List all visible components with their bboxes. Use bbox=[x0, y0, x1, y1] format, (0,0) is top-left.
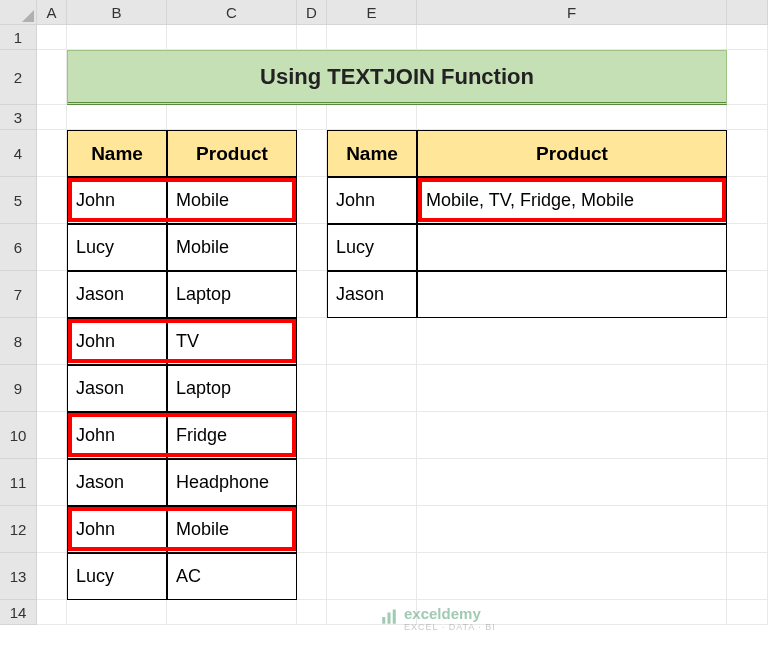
table1-name[interactable]: Jason bbox=[67, 365, 167, 412]
cell[interactable] bbox=[327, 365, 417, 412]
cell[interactable] bbox=[67, 105, 167, 130]
cell[interactable] bbox=[727, 318, 768, 365]
row-header-6[interactable]: 6 bbox=[0, 224, 37, 271]
cell[interactable] bbox=[727, 506, 768, 553]
row-header-9[interactable]: 9 bbox=[0, 365, 37, 412]
cell[interactable] bbox=[727, 130, 768, 177]
table2-name[interactable]: Jason bbox=[327, 271, 417, 318]
col-header-f[interactable]: F bbox=[417, 0, 727, 25]
col-header-e[interactable]: E bbox=[327, 0, 417, 25]
cell[interactable] bbox=[297, 130, 327, 177]
cell[interactable] bbox=[37, 50, 67, 105]
cell[interactable] bbox=[327, 25, 417, 50]
table1-product[interactable]: Mobile bbox=[167, 177, 297, 224]
cell[interactable] bbox=[37, 506, 67, 553]
table1-header-product[interactable]: Product bbox=[167, 130, 297, 177]
col-header-c[interactable]: C bbox=[167, 0, 297, 25]
cell[interactable] bbox=[727, 177, 768, 224]
row-header-4[interactable]: 4 bbox=[0, 130, 37, 177]
cell[interactable] bbox=[417, 318, 727, 365]
table1-header-name[interactable]: Name bbox=[67, 130, 167, 177]
cell[interactable] bbox=[37, 105, 67, 130]
row-header-14[interactable]: 14 bbox=[0, 600, 37, 625]
cell[interactable] bbox=[297, 25, 327, 50]
col-header-d[interactable]: D bbox=[297, 0, 327, 25]
cell[interactable] bbox=[417, 365, 727, 412]
cell[interactable] bbox=[67, 25, 167, 50]
cell[interactable] bbox=[297, 105, 327, 130]
cell[interactable] bbox=[37, 271, 67, 318]
row-header-5[interactable]: 5 bbox=[0, 177, 37, 224]
cell[interactable] bbox=[727, 365, 768, 412]
col-header-b[interactable]: B bbox=[67, 0, 167, 25]
col-header-a[interactable]: A bbox=[37, 0, 67, 25]
cell[interactable] bbox=[167, 25, 297, 50]
cell[interactable] bbox=[327, 412, 417, 459]
row-header-2[interactable]: 2 bbox=[0, 50, 37, 105]
table1-product[interactable]: Mobile bbox=[167, 506, 297, 553]
cell[interactable] bbox=[297, 271, 327, 318]
cell[interactable] bbox=[297, 412, 327, 459]
cell[interactable] bbox=[37, 224, 67, 271]
table2-product[interactable] bbox=[417, 271, 727, 318]
table1-product[interactable]: Fridge bbox=[167, 412, 297, 459]
cell[interactable] bbox=[327, 105, 417, 130]
table2-header-product[interactable]: Product bbox=[417, 130, 727, 177]
cell[interactable] bbox=[327, 318, 417, 365]
cell[interactable] bbox=[297, 224, 327, 271]
cell[interactable] bbox=[37, 459, 67, 506]
table1-name[interactable]: John bbox=[67, 177, 167, 224]
cell[interactable] bbox=[297, 553, 327, 600]
table1-product[interactable]: Laptop bbox=[167, 365, 297, 412]
cell[interactable] bbox=[167, 105, 297, 130]
cell[interactable] bbox=[67, 600, 167, 625]
cell[interactable] bbox=[37, 600, 67, 625]
row-header-10[interactable]: 10 bbox=[0, 412, 37, 459]
row-header-13[interactable]: 13 bbox=[0, 553, 37, 600]
cell[interactable] bbox=[37, 177, 67, 224]
cell[interactable] bbox=[417, 553, 727, 600]
cell[interactable] bbox=[167, 600, 297, 625]
cell[interactable] bbox=[297, 318, 327, 365]
cell[interactable] bbox=[727, 412, 768, 459]
cell[interactable] bbox=[37, 130, 67, 177]
row-header-3[interactable]: 3 bbox=[0, 105, 37, 130]
table2-product[interactable]: Mobile, TV, Fridge, Mobile bbox=[417, 177, 727, 224]
table1-name[interactable]: John bbox=[67, 318, 167, 365]
cell[interactable] bbox=[727, 553, 768, 600]
row-header-11[interactable]: 11 bbox=[0, 459, 37, 506]
cell[interactable] bbox=[297, 459, 327, 506]
cell[interactable] bbox=[327, 459, 417, 506]
table1-name[interactable]: Lucy bbox=[67, 553, 167, 600]
cell[interactable] bbox=[727, 600, 768, 625]
cell[interactable] bbox=[37, 318, 67, 365]
col-header-blank[interactable] bbox=[727, 0, 768, 25]
table1-name[interactable]: John bbox=[67, 506, 167, 553]
cell[interactable] bbox=[417, 25, 727, 50]
cell[interactable] bbox=[37, 553, 67, 600]
table2-header-name[interactable]: Name bbox=[327, 130, 417, 177]
table1-product[interactable]: AC bbox=[167, 553, 297, 600]
table2-name[interactable]: Lucy bbox=[327, 224, 417, 271]
cell[interactable] bbox=[37, 365, 67, 412]
cell[interactable] bbox=[327, 506, 417, 553]
cell[interactable] bbox=[727, 224, 768, 271]
table1-product[interactable]: Headphone bbox=[167, 459, 297, 506]
table1-product[interactable]: TV bbox=[167, 318, 297, 365]
cell[interactable] bbox=[417, 506, 727, 553]
table1-name[interactable]: Jason bbox=[67, 459, 167, 506]
cell[interactable] bbox=[417, 105, 727, 130]
table2-product[interactable] bbox=[417, 224, 727, 271]
cell[interactable] bbox=[417, 459, 727, 506]
table1-product[interactable]: Laptop bbox=[167, 271, 297, 318]
table1-name[interactable]: John bbox=[67, 412, 167, 459]
cell[interactable] bbox=[727, 459, 768, 506]
cell[interactable] bbox=[297, 600, 327, 625]
cell[interactable] bbox=[727, 50, 768, 105]
row-header-8[interactable]: 8 bbox=[0, 318, 37, 365]
row-header-12[interactable]: 12 bbox=[0, 506, 37, 553]
cell[interactable] bbox=[297, 365, 327, 412]
row-header-7[interactable]: 7 bbox=[0, 271, 37, 318]
cell[interactable] bbox=[37, 412, 67, 459]
cell[interactable] bbox=[297, 177, 327, 224]
